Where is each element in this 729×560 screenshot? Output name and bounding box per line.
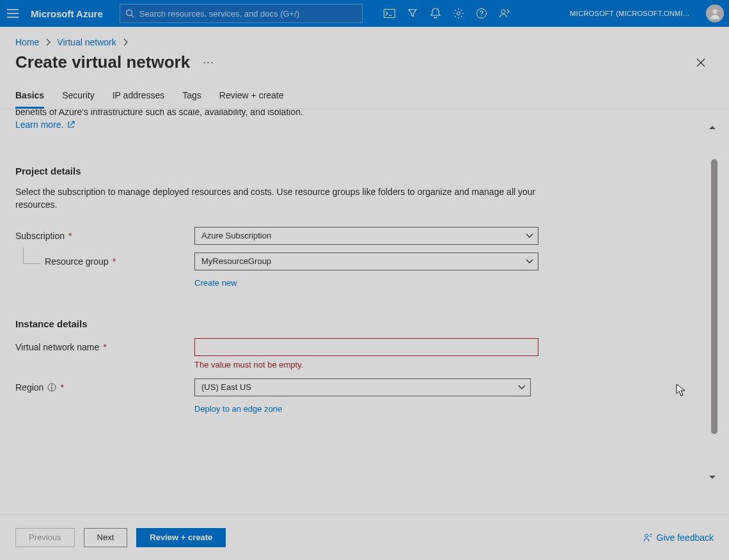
tab-bar: Basics Security IP addresses Tags Review…	[0, 82, 729, 109]
chevron-down-icon	[518, 385, 526, 390]
tenant-label[interactable]: MICROSOFT (MICROSOFT.ONMI...	[570, 10, 689, 17]
edge-zone-link[interactable]: Deploy to an edge zone	[194, 404, 661, 414]
review-create-button[interactable]: Review + create	[136, 528, 226, 547]
tab-ip-addresses[interactable]: IP addresses	[113, 82, 164, 109]
create-new-rg-link[interactable]: Create new	[194, 278, 661, 288]
scrollbar-thumb[interactable]	[711, 159, 717, 434]
feedback-icon[interactable]	[498, 7, 511, 20]
learn-more-link[interactable]: Learn more.	[15, 120, 75, 130]
region-label-text: Region	[15, 382, 43, 393]
chevron-right-icon	[123, 38, 128, 46]
filter-icon[interactable]	[406, 7, 419, 20]
svg-point-9	[645, 534, 648, 537]
resource-group-label: Resource group *	[15, 256, 194, 267]
next-button[interactable]: Next	[84, 528, 128, 547]
tab-basics[interactable]: Basics	[15, 82, 44, 109]
tab-security[interactable]: Security	[62, 82, 95, 109]
title-row: Create virtual network ···	[0, 52, 729, 82]
scroll-down-button[interactable]	[707, 472, 717, 483]
svg-rect-1	[384, 10, 395, 18]
resource-group-dropdown[interactable]: MyResourceGroup	[194, 253, 538, 270]
user-avatar[interactable]	[706, 4, 724, 22]
previous-button: Previous	[15, 528, 75, 547]
resource-group-row: Resource group * MyResourceGroup	[15, 253, 661, 270]
vnet-name-row: Virtual network name *	[15, 338, 661, 356]
learn-more-label: Learn more.	[15, 120, 63, 130]
required-asterisk: *	[68, 231, 72, 241]
svg-point-4	[481, 15, 482, 17]
scroll-up-button[interactable]	[707, 122, 717, 132]
chevron-down-icon	[526, 259, 533, 264]
instance-details-heading: Instance details	[15, 318, 661, 329]
close-button[interactable]	[692, 54, 710, 72]
hamburger-menu[interactable]	[5, 6, 20, 21]
vnet-name-label: Virtual network name *	[15, 342, 194, 352]
search-box[interactable]	[120, 4, 363, 23]
region-label: Region *	[15, 382, 194, 393]
chevron-right-icon	[45, 38, 51, 46]
required-asterisk: *	[113, 256, 116, 267]
region-row: Region * (US) East US	[15, 378, 661, 396]
svg-point-6	[713, 10, 717, 14]
search-icon	[125, 9, 134, 18]
settings-icon[interactable]	[452, 7, 465, 20]
project-details-heading: Project details	[15, 166, 661, 176]
feedback-person-icon	[643, 533, 653, 543]
project-details-desc: Select the subscription to manage deploy…	[15, 185, 540, 212]
breadcrumb-vnet[interactable]: Virtual network	[57, 37, 116, 47]
chevron-down-icon	[526, 233, 533, 238]
menu-icon	[7, 9, 19, 18]
give-feedback-link[interactable]: Give feedback	[643, 533, 714, 543]
svg-point-0	[126, 10, 132, 16]
tab-review-create[interactable]: Review + create	[219, 82, 284, 109]
region-dropdown[interactable]: (US) East US	[194, 378, 531, 396]
intro-text-partial: benefits of Azure's infrastructure such …	[15, 109, 661, 117]
breadcrumb: Home Virtual network	[0, 27, 729, 52]
breadcrumb-home[interactable]: Home	[15, 37, 39, 47]
tree-branch-icon	[23, 247, 40, 264]
vnet-name-error: The value must not be empty.	[194, 360, 661, 369]
resource-group-label-text: Resource group	[45, 256, 109, 267]
top-bar: Microsoft Azure MICROSOFT (MICROSOFT.ONM…	[0, 0, 729, 27]
resource-group-value: MyResourceGroup	[201, 256, 271, 266]
notifications-icon[interactable]	[429, 7, 442, 20]
svg-point-8	[51, 385, 52, 386]
search-input[interactable]	[139, 9, 357, 19]
more-actions-button[interactable]: ···	[203, 56, 214, 69]
cloud-shell-icon[interactable]	[383, 7, 396, 20]
region-value: (US) East US	[201, 382, 251, 392]
subscription-value: Azure Subscription	[201, 231, 271, 240]
svg-point-2	[457, 12, 460, 15]
help-icon[interactable]	[475, 7, 488, 20]
subscription-dropdown[interactable]: Azure Subscription	[194, 227, 538, 245]
info-icon[interactable]	[47, 383, 56, 392]
required-asterisk: *	[60, 382, 63, 393]
svg-point-5	[501, 10, 505, 13]
tab-tags[interactable]: Tags	[182, 82, 201, 109]
content-area: benefits of Azure's infrastructure such …	[0, 109, 729, 494]
vnet-name-input[interactable]	[194, 338, 538, 356]
subscription-label: Subscription *	[15, 231, 194, 241]
brand-label[interactable]: Microsoft Azure	[31, 8, 103, 19]
external-link-icon	[67, 121, 75, 128]
page-title: Create virtual network	[15, 52, 190, 72]
subscription-row: Subscription * Azure Subscription	[15, 227, 661, 245]
topbar-icon-group	[383, 7, 511, 20]
footer-bar: Previous Next Review + create Give feedb…	[0, 514, 729, 560]
subscription-label-text: Subscription	[15, 231, 65, 241]
required-asterisk: *	[103, 342, 106, 352]
feedback-label: Give feedback	[657, 533, 714, 543]
vnet-name-label-text: Virtual network name	[15, 342, 99, 352]
